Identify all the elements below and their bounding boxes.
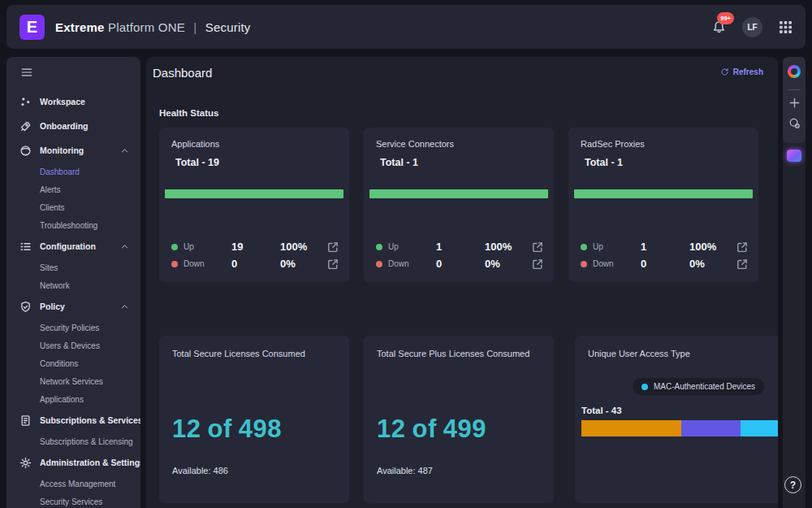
consumed-value: 12 <box>172 415 201 444</box>
add-widget-icon[interactable] <box>788 97 801 109</box>
sidebar-item-onboarding[interactable]: Onboarding <box>6 114 140 138</box>
up-dot-icon <box>376 244 382 250</box>
extreme-logo[interactable]: E <box>19 15 45 40</box>
top-header: E Extreme Platform ONE | Security 99+ LF <box>6 5 806 49</box>
screen-share-icon[interactable] <box>787 150 801 162</box>
notification-badge: 99+ <box>717 12 734 24</box>
monitoring-icon <box>19 145 32 157</box>
access-type-legend: MAC-Authenticated Devices802.1X A <box>633 378 778 395</box>
sidebar-subitem-network[interactable]: Network <box>6 276 140 294</box>
app-window: E Extreme Platform ONE | Security 99+ LF… <box>0 0 812 508</box>
capacity-value: 498 <box>239 415 282 444</box>
external-link-icon[interactable] <box>326 241 339 254</box>
sidebar-item-monitoring[interactable]: Monitoring <box>6 138 140 163</box>
sidebar-subitem-access-management[interactable]: Access Management <box>6 475 140 493</box>
total-label: Total - 19 <box>175 157 219 168</box>
legend-chip-mac-authenticated-devices[interactable]: MAC-Authenticated Devices <box>633 378 764 395</box>
sidebar-subitem-security-services[interactable]: Security Services <box>6 493 140 508</box>
up-percent: 100% <box>673 241 732 253</box>
sidebar-item-configuration[interactable]: Configuration <box>6 234 140 258</box>
health-card-radsec-proxies: RadSec ProxiesTotal - 1Up1100%Down00% <box>568 128 758 282</box>
sidebar-subitem-security-policies[interactable]: Security Policies <box>6 319 140 336</box>
bar-segment-3 <box>741 420 778 436</box>
help-label: ? <box>790 480 796 491</box>
sidebar-subitem-users-devices[interactable]: Users & Devices <box>6 336 140 354</box>
down-label: Down <box>581 259 629 268</box>
external-link-icon[interactable] <box>736 241 749 254</box>
refresh-icon <box>720 67 729 76</box>
up-text: Up <box>593 242 603 251</box>
right-rail <box>783 57 806 508</box>
sidebar-subitem-alerts[interactable]: Alerts <box>6 180 140 198</box>
up-status-bar <box>165 189 343 198</box>
health-card-applications: ApplicationsTotal - 19Up19100%Down00% <box>159 128 349 282</box>
hamburger-menu-icon[interactable] <box>19 67 33 78</box>
page-title: Dashboard <box>153 66 212 80</box>
assistant-icon[interactable] <box>788 65 801 78</box>
sidebar-item-label: Configuration <box>40 241 96 251</box>
card-title: Applications <box>171 139 219 149</box>
subscriptions-icon <box>19 415 32 427</box>
down-dot-icon <box>581 261 587 267</box>
down-label: Down <box>376 259 425 268</box>
up-dot-icon <box>171 244 178 250</box>
health-card-service-connectors: Service ConnectorsTotal - 1Up1100%Down00… <box>364 128 554 282</box>
up-percent: 100% <box>469 241 528 253</box>
refresh-button[interactable]: Refresh <box>720 67 763 76</box>
available-label: Available: 487 <box>377 466 433 475</box>
external-link-icon[interactable] <box>736 258 749 271</box>
sidebar-item-administration-settings[interactable]: Administration & Settings <box>6 450 140 475</box>
app-launcher-icon[interactable] <box>779 20 793 34</box>
notifications-button[interactable]: 99+ <box>712 20 726 34</box>
sidebar-subitem-subscriptions-licensing[interactable]: Subscriptions & Licensing <box>6 432 140 450</box>
avatar-initials: LF <box>747 23 757 32</box>
total-label: Total - 1 <box>380 157 418 168</box>
help-button[interactable]: ? <box>784 476 801 493</box>
card-title: Unique User Access Type <box>588 349 690 358</box>
external-link-icon[interactable] <box>326 258 339 271</box>
of-label: of <box>412 415 436 444</box>
chevron-up-icon <box>120 146 129 155</box>
down-percent: 0% <box>469 258 528 270</box>
down-dot-icon <box>171 261 178 267</box>
configuration-icon <box>19 241 32 253</box>
legend-dot-icon <box>641 384 648 390</box>
title-divider: | <box>193 20 197 34</box>
available-label: Available: 486 <box>172 466 228 475</box>
avatar[interactable]: LF <box>742 17 762 37</box>
widget-settings-icon[interactable] <box>788 117 801 129</box>
total-label: Total - 1 <box>585 157 623 168</box>
sidebar-item-policy[interactable]: Policy <box>6 294 140 319</box>
chevron-up-icon <box>120 242 129 251</box>
down-percent: 0% <box>264 258 323 270</box>
brand-name: Extreme <box>55 20 105 34</box>
sidebar-item-workspace[interactable]: Workspace <box>6 89 140 114</box>
sidebar-subitem-clients[interactable]: Clients <box>6 198 140 216</box>
sidebar-item-label: Subscriptions & Services <box>40 415 140 425</box>
status-legend: Up1100%Down00% <box>376 238 544 272</box>
access-type-stacked-bar <box>581 420 778 436</box>
sidebar-subitem-sites[interactable]: Sites <box>6 258 140 276</box>
bar-segment-1 <box>581 420 681 436</box>
down-row: Down00% <box>376 255 544 272</box>
down-row: Down00% <box>171 255 339 272</box>
down-dot-icon <box>376 261 382 267</box>
down-row: Down00% <box>581 255 749 272</box>
sidebar-item-label: Workspace <box>40 97 85 106</box>
sidebar-subitem-dashboard[interactable]: Dashboard <box>6 163 140 180</box>
external-link-icon[interactable] <box>531 241 544 254</box>
sidebar-subitem-conditions[interactable]: Conditions <box>6 354 140 372</box>
up-percent: 100% <box>264 241 323 253</box>
down-percent: 0% <box>673 258 732 270</box>
sidebar-nav: WorkspaceOnboardingMonitoringDashboardAl… <box>6 89 140 508</box>
sidebar-subitem-network-services[interactable]: Network Services <box>6 372 140 390</box>
sidebar-subitem-applications[interactable]: Applications <box>6 390 140 408</box>
sidebar-item-subscriptions-services[interactable]: Subscriptions & Services <box>6 408 140 432</box>
external-link-icon[interactable] <box>531 258 544 271</box>
sidebar-subitem-troubleshooting[interactable]: Troubleshooting <box>6 216 140 234</box>
app-title: Extreme Platform ONE | Security <box>55 20 251 34</box>
up-count: 1 <box>629 241 673 253</box>
consumed-count: 12 of 499 <box>377 415 486 444</box>
license-cards-row: Total Secure Licenses Consumed 12 of 498… <box>159 336 778 503</box>
left-sidebar: WorkspaceOnboardingMonitoringDashboardAl… <box>6 57 140 508</box>
